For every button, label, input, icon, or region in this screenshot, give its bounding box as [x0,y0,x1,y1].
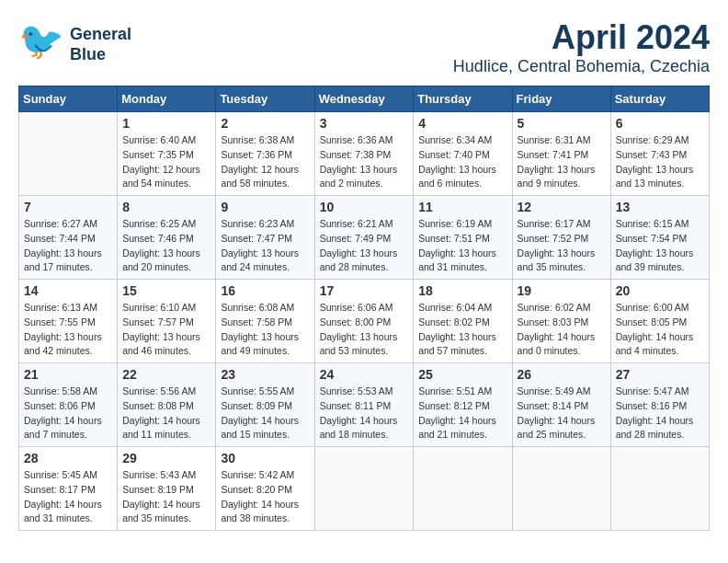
day-number: 28 [24,451,112,465]
calendar-cell: 29Sunrise: 5:43 AM Sunset: 8:19 PM Dayli… [118,447,216,531]
calendar-week-row: 28Sunrise: 5:45 AM Sunset: 8:17 PM Dayli… [19,447,710,531]
calendar-cell: 5Sunrise: 6:31 AM Sunset: 7:41 PM Daylig… [512,112,610,196]
day-info: Sunrise: 5:53 AM Sunset: 8:11 PM Dayligh… [320,385,409,442]
day-number: 6 [616,116,704,131]
day-number: 29 [122,451,210,465]
calendar-week-row: 14Sunrise: 6:13 AM Sunset: 7:55 PM Dayli… [19,280,710,363]
day-number: 17 [320,283,409,298]
day-number: 21 [24,367,112,382]
calendar-cell: 13Sunrise: 6:15 AM Sunset: 7:54 PM Dayli… [610,196,709,280]
calendar-cell: 11Sunrise: 6:19 AM Sunset: 7:51 PM Dayli… [414,196,512,280]
calendar-week-row: 1Sunrise: 6:40 AM Sunset: 7:35 PM Daylig… [19,112,710,196]
column-header-saturday: Saturday [610,86,709,112]
day-info: Sunrise: 6:38 AM Sunset: 7:36 PM Dayligh… [221,133,309,191]
calendar-cell: 18Sunrise: 6:04 AM Sunset: 8:02 PM Dayli… [414,280,512,363]
day-info: Sunrise: 6:19 AM Sunset: 7:51 PM Dayligh… [418,217,506,275]
day-info: Sunrise: 5:49 AM Sunset: 8:14 PM Dayligh… [518,385,606,442]
calendar-cell [512,447,610,531]
day-info: Sunrise: 5:55 AM Sunset: 8:09 PM Dayligh… [221,385,309,442]
day-number: 12 [518,200,606,214]
calendar-cell: 23Sunrise: 5:55 AM Sunset: 8:09 PM Dayli… [216,363,314,447]
day-number: 10 [320,200,409,214]
day-info: Sunrise: 6:23 AM Sunset: 7:47 PM Dayligh… [221,217,309,275]
day-info: Sunrise: 6:17 AM Sunset: 7:52 PM Dayligh… [518,217,606,275]
calendar-cell: 28Sunrise: 5:45 AM Sunset: 8:17 PM Dayli… [19,447,118,531]
calendar-cell [610,447,709,531]
svg-text:🐦: 🐦 [18,18,64,63]
calendar-cell: 25Sunrise: 5:51 AM Sunset: 8:12 PM Dayli… [414,363,512,447]
calendar-cell: 24Sunrise: 5:53 AM Sunset: 8:11 PM Dayli… [314,363,414,447]
day-number: 30 [221,451,309,465]
day-info: Sunrise: 6:10 AM Sunset: 7:57 PM Dayligh… [122,301,210,359]
calendar-header-row: SundayMondayTuesdayWednesdayThursdayFrid… [19,86,710,112]
column-header-friday: Friday [512,86,610,112]
calendar-cell: 14Sunrise: 6:13 AM Sunset: 7:55 PM Dayli… [19,280,118,363]
day-info: Sunrise: 6:27 AM Sunset: 7:44 PM Dayligh… [24,217,112,275]
logo-bird-icon: 🐦 [18,18,64,71]
calendar-cell [19,112,118,196]
day-info: Sunrise: 5:58 AM Sunset: 8:06 PM Dayligh… [24,385,112,442]
month-title: April 2024 [453,18,710,57]
calendar-cell [414,447,512,531]
day-number: 4 [418,116,506,131]
day-number: 7 [24,200,112,214]
calendar-cell: 12Sunrise: 6:17 AM Sunset: 7:52 PM Dayli… [512,196,610,280]
day-info: Sunrise: 5:47 AM Sunset: 8:16 PM Dayligh… [616,385,704,442]
calendar-cell: 4Sunrise: 6:34 AM Sunset: 7:40 PM Daylig… [414,112,512,196]
calendar-cell: 22Sunrise: 5:56 AM Sunset: 8:08 PM Dayli… [118,363,216,447]
column-header-wednesday: Wednesday [314,86,414,112]
day-info: Sunrise: 6:29 AM Sunset: 7:43 PM Dayligh… [616,133,704,191]
title-area: April 2024 Hudlice, Central Bohemia, Cze… [453,18,710,76]
day-info: Sunrise: 5:45 AM Sunset: 8:17 PM Dayligh… [24,468,112,526]
day-info: Sunrise: 6:25 AM Sunset: 7:46 PM Dayligh… [122,217,210,275]
day-number: 11 [418,200,506,214]
column-header-sunday: Sunday [19,86,118,112]
calendar-cell: 30Sunrise: 5:42 AM Sunset: 8:20 PM Dayli… [216,447,314,531]
day-number: 2 [221,116,309,131]
day-info: Sunrise: 6:00 AM Sunset: 8:05 PM Dayligh… [616,301,704,359]
calendar-cell: 8Sunrise: 6:25 AM Sunset: 7:46 PM Daylig… [118,196,216,280]
day-info: Sunrise: 5:51 AM Sunset: 8:12 PM Dayligh… [418,385,506,442]
location-title: Hudlice, Central Bohemia, Czechia [453,57,710,76]
day-info: Sunrise: 6:06 AM Sunset: 8:00 PM Dayligh… [320,301,409,359]
calendar-cell: 17Sunrise: 6:06 AM Sunset: 8:00 PM Dayli… [314,280,414,363]
day-number: 19 [518,283,606,298]
day-info: Sunrise: 6:04 AM Sunset: 8:02 PM Dayligh… [418,301,506,359]
day-number: 24 [320,367,409,382]
day-info: Sunrise: 5:43 AM Sunset: 8:19 PM Dayligh… [122,468,210,526]
day-number: 23 [221,367,309,382]
day-number: 13 [616,200,704,214]
calendar-cell: 26Sunrise: 5:49 AM Sunset: 8:14 PM Dayli… [512,363,610,447]
day-info: Sunrise: 6:40 AM Sunset: 7:35 PM Dayligh… [122,133,210,191]
calendar-week-row: 7Sunrise: 6:27 AM Sunset: 7:44 PM Daylig… [19,196,710,280]
calendar-cell: 27Sunrise: 5:47 AM Sunset: 8:16 PM Dayli… [610,363,709,447]
day-info: Sunrise: 6:13 AM Sunset: 7:55 PM Dayligh… [24,301,112,359]
calendar-cell: 15Sunrise: 6:10 AM Sunset: 7:57 PM Dayli… [118,280,216,363]
calendar-cell: 7Sunrise: 6:27 AM Sunset: 7:44 PM Daylig… [19,196,118,280]
day-number: 22 [122,367,210,382]
day-number: 9 [221,200,309,214]
day-number: 8 [122,200,210,214]
column-header-monday: Monday [118,86,216,112]
day-number: 1 [122,116,210,131]
calendar-cell: 3Sunrise: 6:36 AM Sunset: 7:38 PM Daylig… [314,112,414,196]
calendar-cell: 6Sunrise: 6:29 AM Sunset: 7:43 PM Daylig… [610,112,709,196]
day-info: Sunrise: 6:31 AM Sunset: 7:41 PM Dayligh… [518,133,606,191]
day-number: 3 [320,116,409,131]
calendar-cell: 19Sunrise: 6:02 AM Sunset: 8:03 PM Dayli… [512,280,610,363]
day-info: Sunrise: 5:56 AM Sunset: 8:08 PM Dayligh… [122,385,210,442]
day-number: 14 [24,283,112,298]
day-number: 15 [122,283,210,298]
calendar-cell: 9Sunrise: 6:23 AM Sunset: 7:47 PM Daylig… [216,196,314,280]
day-info: Sunrise: 6:15 AM Sunset: 7:54 PM Dayligh… [616,217,704,275]
day-number: 18 [418,283,506,298]
day-number: 27 [616,367,704,382]
day-number: 5 [518,116,606,131]
calendar-table: SundayMondayTuesdayWednesdayThursdayFrid… [18,86,710,531]
calendar-cell: 20Sunrise: 6:00 AM Sunset: 8:05 PM Dayli… [610,280,709,363]
logo-text: General Blue [70,25,131,64]
column-header-thursday: Thursday [414,86,512,112]
column-header-tuesday: Tuesday [216,86,314,112]
calendar-cell [314,447,414,531]
header: 🐦 General Blue April 2024 Hudlice, Centr… [18,18,710,76]
